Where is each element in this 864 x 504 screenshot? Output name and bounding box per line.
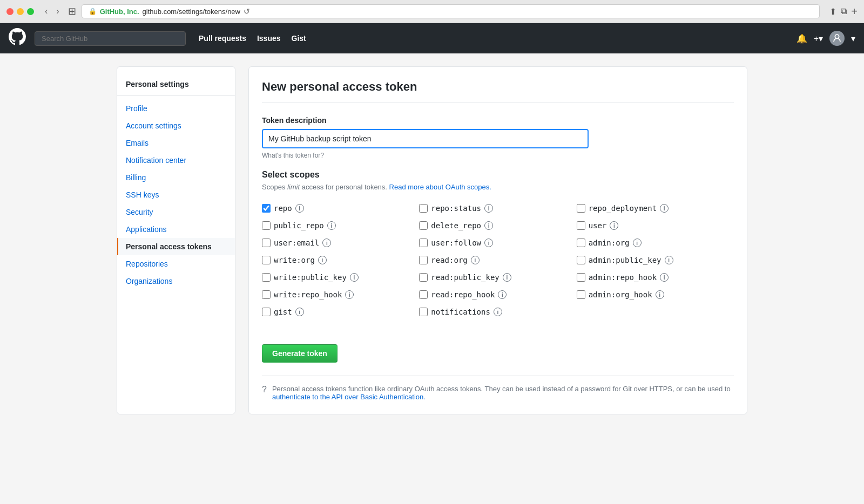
scope-row-read-public-key: read:public_key i	[419, 269, 576, 286]
new-item-button[interactable]: +▾	[814, 33, 823, 44]
sidebar-heading: Personal settings	[117, 76, 235, 96]
sidebar-toggle-button[interactable]: ⊞	[68, 5, 76, 17]
token-description-input[interactable]	[262, 129, 589, 148]
scope-info-delete-repo[interactable]: i	[484, 221, 493, 230]
sidebar-item-security[interactable]: Security	[117, 203, 235, 221]
reload-button[interactable]: ↺	[244, 7, 250, 16]
sidebar: Personal settings Profile Account settin…	[117, 66, 235, 414]
scope-info-write-public-key[interactable]: i	[350, 273, 359, 282]
scope-row-write-repo-hook: write:repo_hook i	[262, 286, 419, 303]
scope-checkbox-read-org[interactable]	[419, 256, 428, 264]
back-button[interactable]: ‹	[42, 5, 51, 17]
scope-info-read-org[interactable]: i	[471, 256, 480, 264]
scope-checkbox-gist[interactable]	[262, 308, 271, 316]
scope-row-repo: repo i	[262, 200, 419, 217]
minimize-button-traffic[interactable]	[17, 8, 24, 15]
scope-info-admin-org[interactable]: i	[633, 239, 642, 247]
scope-checkbox-repo-status[interactable]	[419, 204, 428, 213]
scope-checkbox-repo-deployment[interactable]	[577, 204, 585, 213]
nav-issues[interactable]: Issues	[257, 34, 281, 43]
scope-checkbox-write-org[interactable]	[262, 256, 271, 264]
scope-info-user[interactable]: i	[610, 221, 618, 230]
avatar[interactable]	[829, 31, 845, 46]
token-description-label: Token description	[262, 116, 734, 125]
new-tab-button[interactable]: +	[851, 5, 858, 18]
scope-info-write-org[interactable]: i	[318, 256, 327, 264]
scope-info-admin-public-key[interactable]: i	[665, 256, 673, 264]
sidebar-item-account-settings[interactable]: Account settings	[117, 117, 235, 134]
scope-info-read-repo-hook[interactable]: i	[498, 290, 507, 299]
footer-authenticate-link[interactable]: authenticate to the API over Basic Authe…	[272, 393, 426, 401]
scope-info-admin-repo-hook[interactable]: i	[660, 273, 669, 282]
page-container: Personal settings Profile Account settin…	[108, 66, 756, 414]
sidebar-item-applications[interactable]: Applications	[117, 221, 235, 238]
scope-row-read-org: read:org i	[419, 251, 576, 269]
scope-info-user-email[interactable]: i	[322, 239, 331, 247]
scope-name-write-org: write:org	[274, 256, 315, 264]
sidebar-item-billing[interactable]: Billing	[117, 169, 235, 186]
scope-checkbox-read-repo-hook[interactable]	[419, 290, 428, 299]
scope-checkbox-repo[interactable]	[262, 204, 271, 213]
question-icon: ?	[262, 385, 267, 401]
scope-name-admin-repo-hook: admin:repo_hook	[589, 273, 657, 282]
scope-info-repo-deployment[interactable]: i	[660, 204, 669, 213]
sidebar-item-profile[interactable]: Profile	[117, 100, 235, 117]
scope-row-repo-status: repo:status i	[419, 200, 576, 217]
scope-info-repo[interactable]: i	[295, 204, 304, 213]
scope-checkbox-admin-org-hook[interactable]	[577, 290, 585, 299]
scope-name-read-org: read:org	[431, 256, 467, 264]
oauth-scopes-link[interactable]: Read more about OAuth scopes.	[389, 183, 491, 191]
scope-name-read-repo-hook: read:repo_hook	[431, 290, 495, 299]
sidebar-item-notification-center[interactable]: Notification center	[117, 152, 235, 169]
sidebar-item-emails[interactable]: Emails	[117, 134, 235, 152]
sidebar-item-ssh-keys[interactable]: SSH keys	[117, 186, 235, 203]
scope-name-read-public-key: read:public_key	[431, 273, 499, 282]
duplicate-tab-button[interactable]: ⧉	[841, 5, 847, 18]
scope-checkbox-user-follow[interactable]	[419, 239, 428, 247]
scope-name-gist: gist	[274, 308, 292, 316]
search-input[interactable]	[35, 31, 186, 46]
close-button-traffic[interactable]	[6, 8, 14, 15]
scope-checkbox-notifications[interactable]	[419, 308, 428, 316]
scope-row-user: user i	[577, 217, 734, 234]
scope-info-gist[interactable]: i	[295, 308, 304, 316]
forward-button[interactable]: ›	[53, 5, 62, 17]
scope-row-public-repo: public_repo i	[262, 217, 419, 234]
scope-row-notifications: notifications i	[419, 303, 576, 321]
scope-name-admin-org-hook: admin:org_hook	[589, 290, 652, 299]
scope-info-user-follow[interactable]: i	[484, 239, 493, 247]
sidebar-item-repositories[interactable]: Repositories	[117, 255, 235, 273]
main-nav: Pull requests Issues Gist	[199, 34, 306, 43]
scope-info-public-repo[interactable]: i	[327, 221, 336, 230]
scope-checkbox-admin-repo-hook[interactable]	[577, 273, 585, 282]
scope-info-write-repo-hook[interactable]: i	[345, 290, 354, 299]
sidebar-item-personal-access-tokens[interactable]: Personal access tokens	[117, 238, 235, 255]
scope-checkbox-admin-public-key[interactable]	[577, 256, 585, 264]
scope-info-admin-org-hook[interactable]: i	[656, 290, 664, 299]
scopes-desc-rest: access for personal tokens.	[302, 183, 389, 191]
scope-checkbox-write-public-key[interactable]	[262, 273, 271, 282]
user-menu-button[interactable]: ▾	[851, 33, 855, 44]
generate-token-button[interactable]: Generate token	[262, 344, 338, 363]
ssl-lock-icon: 🔒	[89, 8, 97, 15]
nav-gist[interactable]: Gist	[292, 34, 306, 43]
address-bar[interactable]: 🔒 GitHub, Inc. github.com/settings/token…	[82, 4, 820, 18]
notifications-button[interactable]: 🔔	[796, 33, 807, 44]
scope-info-repo-status[interactable]: i	[484, 204, 493, 213]
scope-checkbox-delete-repo[interactable]	[419, 221, 428, 230]
scope-info-read-public-key[interactable]: i	[503, 273, 511, 282]
share-button[interactable]: ⬆	[829, 5, 836, 18]
nav-pull-requests[interactable]: Pull requests	[199, 34, 246, 43]
sidebar-item-organizations[interactable]: Organizations	[117, 273, 235, 290]
scope-info-notifications[interactable]: i	[494, 308, 502, 316]
scope-checkbox-public-repo[interactable]	[262, 221, 271, 230]
github-logo[interactable]	[9, 28, 26, 49]
scope-checkbox-user-email[interactable]	[262, 239, 271, 247]
scope-checkbox-read-public-key[interactable]	[419, 273, 428, 282]
maximize-button-traffic[interactable]	[27, 8, 34, 15]
scope-row-repo-deployment: repo_deployment i	[577, 200, 734, 217]
scope-checkbox-user[interactable]	[577, 221, 585, 230]
scope-row-read-repo-hook: read:repo_hook i	[419, 286, 576, 303]
scope-checkbox-admin-org[interactable]	[577, 239, 585, 247]
scope-checkbox-write-repo-hook[interactable]	[262, 290, 271, 299]
